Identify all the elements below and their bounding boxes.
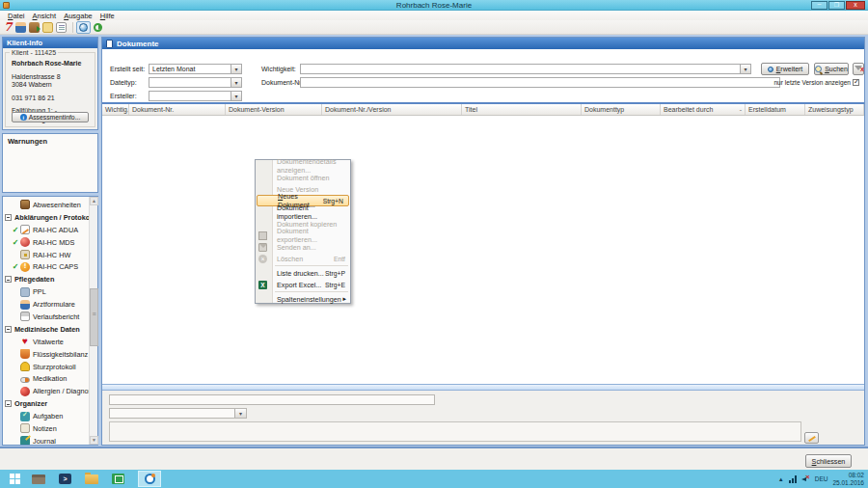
menu-item-spalteneinstellungen[interactable]: Spalteneinstellungen — [256, 293, 350, 305]
person-icon — [20, 300, 30, 310]
active-tool-button[interactable] — [76, 21, 91, 34]
detail-type-select[interactable] — [109, 408, 247, 419]
menu-ansicht[interactable]: Ansicht — [33, 12, 57, 20]
scroll-down-icon[interactable]: ▼ — [90, 436, 98, 445]
schliessen-button[interactable]: Schliessen — [805, 454, 852, 468]
wichtigkeit-label: Wichtigkeit: — [261, 66, 296, 72]
erweitert-button[interactable]: Erweitert — [761, 63, 809, 75]
detail-title-input[interactable] — [109, 394, 435, 405]
sidebar-item-abwesenheiten[interactable]: Abwesenheiten — [3, 199, 89, 211]
date: 25.01.2016 — [832, 479, 864, 486]
green-app-icon[interactable] — [112, 474, 124, 484]
heart-icon: ♥ — [20, 337, 30, 346]
sidebar-item-rai-mds[interactable]: RAI-HC MDS — [3, 236, 89, 249]
sidebar-item-rai-hw[interactable]: RAI-HC HW — [3, 249, 89, 261]
sidebar-item-verlaufsbericht[interactable]: Verlaufsbericht — [3, 311, 89, 323]
sidebar-item-notizen[interactable]: Notizen — [3, 422, 89, 435]
sidebar-group-abklaerungen[interactable]: Abklärungen / Protokolle — [3, 211, 89, 224]
clear-filter-button[interactable] — [853, 63, 864, 75]
sidebar-item-journal[interactable]: Journal — [3, 435, 89, 445]
wichtigkeit-select[interactable] — [300, 64, 751, 74]
close-button[interactable] — [846, 1, 865, 10]
sidebar-item-aufgaben[interactable]: Aufgaben — [3, 410, 89, 422]
menu-hilfe[interactable]: Hilfe — [100, 12, 115, 20]
documents-table-body[interactable] — [102, 116, 864, 384]
collapse-icon[interactable] — [5, 276, 12, 283]
sidebar-item-ppl[interactable]: PPL — [3, 285, 89, 298]
scroll-up-icon[interactable]: ▲ — [90, 197, 98, 205]
sidebar-item-vitalwerte[interactable]: ♥ Vitalwerte — [3, 336, 89, 348]
active-app-taskbar-button[interactable] — [138, 471, 161, 487]
sidebar-item-allergien[interactable]: Allergien / Diagnosen... — [3, 385, 89, 397]
ersteller-select[interactable] — [149, 91, 242, 101]
erstellt-seit-select[interactable]: Letzten Monat — [149, 64, 242, 74]
column-zuweisungstyp[interactable]: Zuweisungstyp — [805, 104, 864, 115]
journal-icon — [20, 436, 30, 445]
klient-name: Rohrbach Rose-Marie — [6, 60, 95, 68]
dokument-nr-input[interactable] — [300, 77, 780, 88]
system-tray: ▲ DEU 08:02 25.01.2016 — [778, 470, 864, 488]
file-explorer-icon[interactable] — [85, 474, 98, 484]
warnings-header: Warnungen — [3, 134, 97, 146]
sidebar-item-medikation[interactable]: Medikation — [3, 372, 89, 385]
collapse-icon[interactable] — [5, 326, 12, 333]
menu-item-dokument-importieren[interactable]: Dokument importieren... — [256, 206, 350, 218]
language-indicator[interactable]: DEU — [815, 475, 828, 482]
sidebar-item-fluessigkeitsbilanz[interactable]: Flüssigkeitsbilanz — [3, 348, 89, 361]
version-checkbox[interactable] — [853, 79, 859, 86]
edit-note-button[interactable] — [804, 432, 819, 444]
klient-id: Klient - 111425 — [10, 49, 58, 56]
notes-icon[interactable] — [42, 22, 53, 33]
detail-description-textarea[interactable] — [109, 421, 801, 442]
maximize-button[interactable] — [828, 1, 845, 10]
column-dokument-nr[interactable]: Dokument-Nr. — [129, 104, 226, 115]
column-titel[interactable]: Titel — [462, 104, 582, 115]
sidebar-item-rai-adua[interactable]: RAI-HC ADUA — [3, 224, 89, 236]
server-manager-icon[interactable] — [32, 474, 45, 484]
column-erstelldatum[interactable]: Erstelldatum — [746, 104, 805, 115]
menu-item-liste-drucken[interactable]: Liste drucken...Strg+P — [256, 267, 350, 279]
menu-item-export-excel[interactable]: Export Excel...Strg+E — [256, 279, 350, 290]
tree-scrollbar[interactable]: ▲ ▼ — [89, 197, 97, 445]
suchen-button[interactable]: Suchen — [814, 63, 849, 75]
column-bearbeitet-durch[interactable]: Bearbeitet durch - — [661, 104, 746, 115]
assessmentinfo-button[interactable]: i Assessmentinfo... — [12, 112, 89, 122]
sidebar-item-rai-caps[interactable]: RAI-HC CAPS — [3, 260, 89, 273]
network-icon[interactable] — [789, 475, 797, 483]
sidebar-item-sturzprotokoll[interactable]: Sturzprotokoll — [3, 361, 89, 373]
info-icon: i — [20, 114, 27, 121]
column-dokumenttyp[interactable]: Dokumenttyp — [582, 104, 661, 115]
start-button[interactable] — [10, 474, 20, 484]
collapse-icon[interactable] — [5, 214, 12, 221]
clock[interactable]: 08:02 25.01.2016 — [832, 472, 864, 487]
refresh-icon[interactable] — [94, 23, 102, 32]
sidebar-group-organizer[interactable]: Organizer — [3, 397, 89, 410]
taskbar: > ▲ DEU 08:02 25.01.2016 — [0, 470, 868, 488]
tray-expand-icon[interactable]: ▲ — [778, 476, 784, 482]
klient-city: 3084 Wabern — [6, 81, 95, 90]
menu-ausgabe[interactable]: Ausgabe — [64, 12, 93, 20]
splitter-handle[interactable] — [102, 384, 864, 391]
column-dokument-version[interactable]: Dokument-Version — [226, 104, 322, 115]
menu-separator — [275, 265, 348, 266]
version-checkbox-row: nur letzte Version anzeigen — [773, 79, 859, 86]
app-logo-seven: 7 — [4, 22, 12, 33]
sidebar-item-arztformulare[interactable]: Arztformulare — [3, 298, 89, 311]
collapse-icon[interactable] — [5, 400, 12, 407]
sidebar-group-medizinische-daten[interactable]: Medizinische Daten — [3, 323, 89, 336]
column-dokument-nr-version[interactable]: Dokument-Nr./Version — [322, 104, 462, 115]
dateityp-select[interactable] — [149, 77, 242, 88]
sidebar-group-pflegedaten[interactable]: Pflegedaten — [3, 273, 89, 285]
warning-ball-icon — [20, 262, 30, 272]
menubar: Datei Ansicht Ausgabe Hilfe — [0, 11, 868, 20]
scrollbar-thumb[interactable] — [90, 288, 98, 346]
client-list-icon[interactable] — [56, 22, 67, 33]
minimize-button[interactable] — [811, 1, 827, 10]
table-header: Wichtig... Dokument-Nr. Dokument-Version… — [102, 102, 864, 116]
column-wichtigkeit[interactable]: Wichtig... — [102, 104, 129, 115]
powershell-icon[interactable]: > — [59, 474, 71, 484]
menu-datei[interactable]: Datei — [8, 12, 25, 20]
exit-icon[interactable] — [29, 22, 40, 33]
client-icon[interactable] — [15, 22, 26, 33]
muted-speaker-icon[interactable] — [801, 475, 810, 483]
